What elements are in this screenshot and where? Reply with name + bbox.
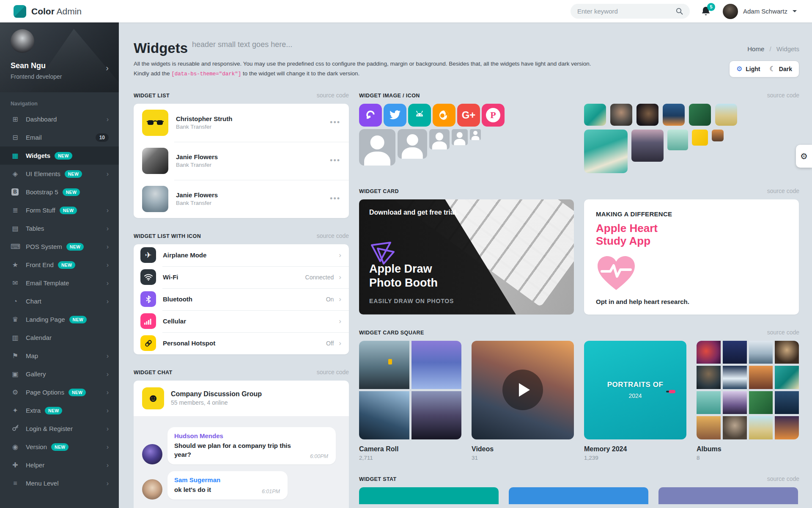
- sidebar-item-helper[interactable]: ✚Helper›: [0, 456, 119, 474]
- chat-group-meta: 55 members, 4 online: [171, 399, 262, 406]
- sidebar-item-gallery[interactable]: ▣Gallery›: [0, 365, 119, 383]
- notifications-bell-icon[interactable]: 5: [701, 6, 712, 17]
- square-cards-row: Camera Roll2,711Videos31PORTRAITS OF2024…: [359, 341, 799, 461]
- twitter-icon[interactable]: [384, 104, 406, 127]
- thumbnail-image: [689, 104, 711, 126]
- search-icon[interactable]: [676, 8, 683, 15]
- sidebar-item-email[interactable]: ⊟Email10: [0, 128, 119, 146]
- sidebar-item-page-options[interactable]: ⚙Page OptionsNEW›: [0, 383, 119, 401]
- sidebar-item-calendar[interactable]: ▥Calendar: [0, 329, 119, 347]
- sidebar-item-label: Email: [26, 134, 42, 141]
- sidebar-item-dashboard[interactable]: ⊞Dashboard›: [0, 110, 119, 128]
- breadcrumb-home-link[interactable]: Home: [747, 45, 764, 52]
- setting-row-cellular[interactable]: Cellular›: [134, 310, 349, 332]
- sidebar-item-ui-elements[interactable]: ◈UI ElementsNEW›: [0, 165, 119, 183]
- search-box: [571, 4, 690, 19]
- album-photo: [749, 391, 773, 414]
- widget-list-row: Christopher StruthBank Transfer•••: [134, 104, 349, 142]
- sidebar-item-map[interactable]: ⚑Map›: [0, 347, 119, 365]
- navbar-right: 5 Adam Schwartz: [571, 4, 812, 19]
- sidebar-profile[interactable]: Sean Ngu Frontend developer ›: [0, 22, 119, 92]
- sidebar-item-version[interactable]: ◉VersionNEW›: [0, 438, 119, 456]
- widget-image-icon-header: WIDGET IMAGE / ICON source code: [359, 92, 799, 99]
- source-code-link[interactable]: source code: [317, 92, 349, 99]
- calendar-icon: ▥: [11, 334, 20, 342]
- source-code-link[interactable]: source code: [317, 369, 349, 375]
- stat-card: [509, 487, 648, 504]
- user-menu[interactable]: Adam Schwartz: [723, 4, 797, 19]
- setting-row-personal-hotspot[interactable]: Personal HotspotOff›: [134, 332, 349, 354]
- sidebar-item-pos-system[interactable]: ⌨POS SystemNEW›: [0, 237, 119, 256]
- android-icon[interactable]: [408, 104, 431, 127]
- source-code-link[interactable]: source code: [767, 188, 799, 194]
- source-code-link[interactable]: source code: [767, 475, 799, 482]
- sidebar-item-form-stuff[interactable]: ≣Form StuffNEW›: [0, 201, 119, 219]
- more-options-button[interactable]: •••: [330, 194, 340, 203]
- sidebar-item-label: POS System: [26, 243, 62, 250]
- setting-row-wi-fi[interactable]: Wi-FiConnected›: [134, 266, 349, 288]
- sidebar-item-front-end[interactable]: ★Front EndNEW›: [0, 256, 119, 274]
- icon-examples: G+P: [359, 104, 574, 173]
- digitalocean-icon[interactable]: [359, 104, 382, 127]
- album-photo: [775, 366, 799, 389]
- sidebar-item-chart[interactable]: ◔Chart›: [0, 292, 119, 310]
- thumbnail-image: [584, 130, 628, 173]
- social-icons-row: G+P: [359, 104, 574, 127]
- sidebar-item-tables[interactable]: ▤Tables›: [0, 219, 119, 237]
- promo-title-line2: Photo Booth: [369, 276, 438, 290]
- section-title: WIDGET IMAGE / ICON: [359, 93, 420, 99]
- thumbnail-image: [715, 104, 737, 126]
- section-title: WIDGET CHAT: [134, 370, 173, 375]
- sidebar-item-label: Login & Register: [26, 425, 73, 432]
- square-card-label: Camera Roll: [359, 445, 461, 453]
- brand[interactable]: Color Admin: [0, 5, 119, 18]
- chevron-right-icon: ›: [107, 370, 109, 378]
- chevron-right-icon: ›: [339, 251, 341, 260]
- chevron-right-icon: ›: [107, 461, 109, 469]
- promo-subtitle: EASILY DRAW ON PHOTOS: [369, 298, 454, 304]
- source-code-link[interactable]: source code: [317, 232, 349, 239]
- memory-cover: PORTRAITS OF2024: [584, 341, 686, 439]
- source-code-link[interactable]: source code: [767, 92, 799, 99]
- google-plus-icon[interactable]: G+: [457, 104, 480, 127]
- square-card-media[interactable]: [697, 341, 799, 439]
- square-card-media[interactable]: [359, 341, 461, 439]
- chart-icon: ◔: [11, 298, 20, 305]
- cellular-icon: [140, 313, 156, 329]
- album-photo: [775, 341, 799, 364]
- square-card-media[interactable]: PORTRAITS OF2024: [584, 341, 686, 439]
- setting-row-airplane-mode[interactable]: ✈Airplane Mode›: [134, 244, 349, 266]
- theme-dark-button[interactable]: ☾Dark: [770, 65, 792, 73]
- sidebar-item-extra[interactable]: ✦ExtraNEW›: [0, 401, 119, 420]
- sidebar-item-widgets[interactable]: ▦WidgetsNEW: [0, 146, 119, 165]
- source-code-link[interactable]: source code: [767, 329, 799, 336]
- square-card-count: 8: [697, 455, 799, 461]
- notification-badge: 5: [707, 3, 715, 11]
- page-description-row: All the widgets is reusable and responsi…: [134, 59, 799, 79]
- more-options-button[interactable]: •••: [330, 156, 340, 165]
- message-line: ok let's do it6:01PM: [174, 485, 280, 494]
- more-options-button[interactable]: •••: [330, 118, 340, 127]
- pos-icon: ⌨: [11, 243, 20, 251]
- widget-card-header: WIDGET CARD source code: [359, 188, 799, 194]
- sidebar-item-landing-page[interactable]: ♛Landing PageNEW: [0, 310, 119, 329]
- sidebar-item-label: Version: [26, 443, 47, 450]
- play-button[interactable]: [502, 370, 543, 410]
- search-input[interactable]: [577, 8, 672, 15]
- stat-card: [359, 487, 499, 504]
- square-card-media[interactable]: [472, 341, 574, 439]
- square-card-videos: Videos31: [472, 341, 574, 461]
- theme-light-button[interactable]: ⚙Light: [736, 65, 760, 73]
- sidebar-item-email-template[interactable]: ✉Email Template›: [0, 274, 119, 292]
- brand-text: Color Admin: [31, 6, 82, 17]
- sidebar-item-bootstrap-5[interactable]: BBootstrap 5NEW: [0, 183, 119, 201]
- setting-row-bluetooth[interactable]: BluetoothOn›: [134, 288, 349, 310]
- theme-settings-tab[interactable]: ⚙: [796, 145, 812, 168]
- square-card-memory-2024: PORTRAITS OF2024Memory 20241,239: [584, 341, 686, 461]
- pinterest-icon[interactable]: P: [482, 104, 505, 127]
- sidebar-item-label: Email Template: [26, 279, 69, 287]
- firefox-icon[interactable]: [433, 104, 455, 127]
- sidebar-item-login-register[interactable]: Login & Register›: [0, 420, 119, 438]
- sidebar: Sean Ngu Frontend developer › Navigation…: [0, 22, 119, 508]
- sidebar-item-menu-level[interactable]: ≡Menu Level›: [0, 474, 119, 492]
